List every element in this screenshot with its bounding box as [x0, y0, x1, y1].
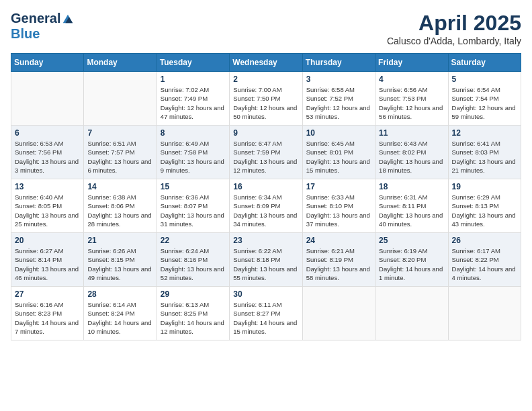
calendar-cell: 15Sunrise: 6:36 AMSunset: 8:07 PMDayligh… — [157, 179, 229, 233]
day-number: 1 — [161, 75, 226, 84]
day-info: Sunrise: 6:36 AMSunset: 8:07 PMDaylight:… — [161, 193, 226, 228]
calendar-cell: 18Sunrise: 6:31 AMSunset: 8:11 PMDayligh… — [375, 179, 448, 233]
calendar-cell: 17Sunrise: 6:33 AMSunset: 8:10 PMDayligh… — [302, 179, 375, 233]
day-number: 25 — [379, 236, 444, 245]
calendar-cell: 8Sunrise: 6:49 AMSunset: 7:58 PMDaylight… — [157, 126, 229, 179]
calendar-cell: 9Sunrise: 6:47 AMSunset: 7:59 PMDaylight… — [230, 126, 302, 179]
calendar-cell: 13Sunrise: 6:40 AMSunset: 8:05 PMDayligh… — [11, 179, 84, 233]
day-info: Sunrise: 6:38 AMSunset: 8:06 PMDaylight:… — [87, 193, 152, 228]
day-number: 30 — [233, 289, 298, 299]
calendar-cell: 29Sunrise: 6:13 AMSunset: 8:25 PMDayligh… — [157, 287, 229, 340]
day-number: 16 — [233, 182, 298, 191]
logo-blue: Blue — [11, 26, 40, 42]
calendar-cell: 4Sunrise: 6:56 AMSunset: 7:53 PMDaylight… — [375, 72, 448, 126]
day-number: 15 — [161, 182, 226, 191]
day-info: Sunrise: 7:00 AMSunset: 7:50 PMDaylight:… — [233, 85, 298, 121]
day-number: 8 — [161, 128, 226, 138]
day-number: 6 — [15, 128, 80, 138]
calendar-cell: 11Sunrise: 6:43 AMSunset: 8:02 PMDayligh… — [375, 126, 448, 179]
day-number: 9 — [233, 128, 298, 138]
day-of-week-header: Saturday — [448, 54, 521, 72]
calendar-cell: 2Sunrise: 7:00 AMSunset: 7:50 PMDaylight… — [230, 72, 302, 126]
day-number: 21 — [87, 236, 152, 245]
day-number: 28 — [87, 289, 152, 299]
calendar-cell: 20Sunrise: 6:27 AMSunset: 8:14 PMDayligh… — [11, 233, 84, 287]
week-row: 6Sunrise: 6:53 AMSunset: 7:56 PMDaylight… — [11, 126, 521, 179]
day-info: Sunrise: 6:17 AMSunset: 8:22 PMDaylight:… — [452, 246, 517, 282]
day-of-week-header: Friday — [375, 54, 448, 72]
day-info: Sunrise: 6:26 AMSunset: 8:15 PMDaylight:… — [87, 246, 152, 282]
day-info: Sunrise: 6:47 AMSunset: 7:59 PMDaylight:… — [233, 139, 298, 175]
day-info: Sunrise: 6:34 AMSunset: 8:09 PMDaylight:… — [233, 193, 298, 228]
day-number: 5 — [452, 75, 517, 84]
day-info: Sunrise: 6:54 AMSunset: 7:54 PMDaylight:… — [452, 85, 517, 121]
calendar-header-row: SundayMondayTuesdayWednesdayThursdayFrid… — [11, 54, 521, 72]
day-info: Sunrise: 6:31 AMSunset: 8:11 PMDaylight:… — [379, 193, 444, 228]
header: General Blue April 2025 Calusco d'Adda, … — [11, 11, 521, 46]
day-info: Sunrise: 6:45 AMSunset: 8:01 PMDaylight:… — [306, 139, 371, 175]
calendar-cell: 27Sunrise: 6:16 AMSunset: 8:23 PMDayligh… — [11, 287, 84, 340]
day-number: 10 — [306, 128, 371, 138]
logo: General Blue — [11, 11, 74, 42]
day-info: Sunrise: 6:53 AMSunset: 7:56 PMDaylight:… — [15, 139, 80, 175]
week-row: 27Sunrise: 6:16 AMSunset: 8:23 PMDayligh… — [11, 287, 521, 340]
day-info: Sunrise: 6:51 AMSunset: 7:57 PMDaylight:… — [87, 139, 152, 175]
calendar-cell: 3Sunrise: 6:58 AMSunset: 7:52 PMDaylight… — [302, 72, 375, 126]
day-of-week-header: Monday — [84, 54, 157, 72]
day-info: Sunrise: 6:56 AMSunset: 7:53 PMDaylight:… — [379, 85, 444, 121]
day-info: Sunrise: 6:58 AMSunset: 7:52 PMDaylight:… — [306, 85, 371, 121]
day-number: 23 — [233, 236, 298, 245]
day-number: 17 — [306, 182, 371, 191]
calendar-cell — [448, 287, 521, 340]
calendar-cell: 23Sunrise: 6:22 AMSunset: 8:18 PMDayligh… — [230, 233, 302, 287]
day-number: 11 — [379, 128, 444, 138]
calendar-cell: 16Sunrise: 6:34 AMSunset: 8:09 PMDayligh… — [230, 179, 302, 233]
day-number: 3 — [306, 75, 371, 84]
day-number: 2 — [233, 75, 298, 84]
day-info: Sunrise: 6:21 AMSunset: 8:19 PMDaylight:… — [306, 246, 371, 282]
calendar-cell: 10Sunrise: 6:45 AMSunset: 8:01 PMDayligh… — [302, 126, 375, 179]
calendar-cell: 26Sunrise: 6:17 AMSunset: 8:22 PMDayligh… — [448, 233, 521, 287]
location: Calusco d'Adda, Lombardy, Italy — [387, 36, 521, 46]
week-row: 20Sunrise: 6:27 AMSunset: 8:14 PMDayligh… — [11, 233, 521, 287]
calendar-cell — [302, 287, 375, 340]
calendar-cell: 19Sunrise: 6:29 AMSunset: 8:13 PMDayligh… — [448, 179, 521, 233]
calendar-cell — [11, 72, 84, 126]
week-row: 1Sunrise: 7:02 AMSunset: 7:49 PMDaylight… — [11, 72, 521, 126]
day-info: Sunrise: 6:13 AMSunset: 8:25 PMDaylight:… — [161, 300, 226, 336]
day-info: Sunrise: 6:29 AMSunset: 8:13 PMDaylight:… — [452, 193, 517, 228]
day-number: 26 — [452, 236, 517, 245]
day-of-week-header: Wednesday — [230, 54, 302, 72]
logo-icon — [62, 13, 74, 25]
day-number: 20 — [15, 236, 80, 245]
calendar-cell: 7Sunrise: 6:51 AMSunset: 7:57 PMDaylight… — [84, 126, 157, 179]
day-info: Sunrise: 6:22 AMSunset: 8:18 PMDaylight:… — [233, 246, 298, 282]
day-of-week-header: Sunday — [11, 54, 84, 72]
day-info: Sunrise: 6:41 AMSunset: 8:03 PMDaylight:… — [452, 139, 517, 175]
calendar-cell — [375, 287, 448, 340]
day-number: 27 — [15, 289, 80, 299]
calendar-cell: 5Sunrise: 6:54 AMSunset: 7:54 PMDaylight… — [448, 72, 521, 126]
calendar-cell: 25Sunrise: 6:19 AMSunset: 8:20 PMDayligh… — [375, 233, 448, 287]
day-number: 29 — [161, 289, 226, 299]
month-title: April 2025 — [387, 11, 521, 36]
day-info: Sunrise: 7:02 AMSunset: 7:49 PMDaylight:… — [161, 85, 226, 121]
day-info: Sunrise: 6:49 AMSunset: 7:58 PMDaylight:… — [161, 139, 226, 175]
day-info: Sunrise: 6:40 AMSunset: 8:05 PMDaylight:… — [15, 193, 80, 228]
day-info: Sunrise: 6:19 AMSunset: 8:20 PMDaylight:… — [379, 246, 444, 282]
calendar-cell: 30Sunrise: 6:11 AMSunset: 8:27 PMDayligh… — [230, 287, 302, 340]
week-row: 13Sunrise: 6:40 AMSunset: 8:05 PMDayligh… — [11, 179, 521, 233]
day-number: 4 — [379, 75, 444, 84]
calendar-cell: 21Sunrise: 6:26 AMSunset: 8:15 PMDayligh… — [84, 233, 157, 287]
calendar-cell: 1Sunrise: 7:02 AMSunset: 7:49 PMDaylight… — [157, 72, 229, 126]
calendar-cell: 22Sunrise: 6:24 AMSunset: 8:16 PMDayligh… — [157, 233, 229, 287]
calendar-cell: 28Sunrise: 6:14 AMSunset: 8:24 PMDayligh… — [84, 287, 157, 340]
day-number: 12 — [452, 128, 517, 138]
day-of-week-header: Tuesday — [157, 54, 229, 72]
day-info: Sunrise: 6:24 AMSunset: 8:16 PMDaylight:… — [161, 246, 226, 282]
day-number: 13 — [15, 182, 80, 191]
day-info: Sunrise: 6:11 AMSunset: 8:27 PMDaylight:… — [233, 300, 298, 336]
day-number: 18 — [379, 182, 444, 191]
calendar-cell: 12Sunrise: 6:41 AMSunset: 8:03 PMDayligh… — [448, 126, 521, 179]
day-info: Sunrise: 6:43 AMSunset: 8:02 PMDaylight:… — [379, 139, 444, 175]
